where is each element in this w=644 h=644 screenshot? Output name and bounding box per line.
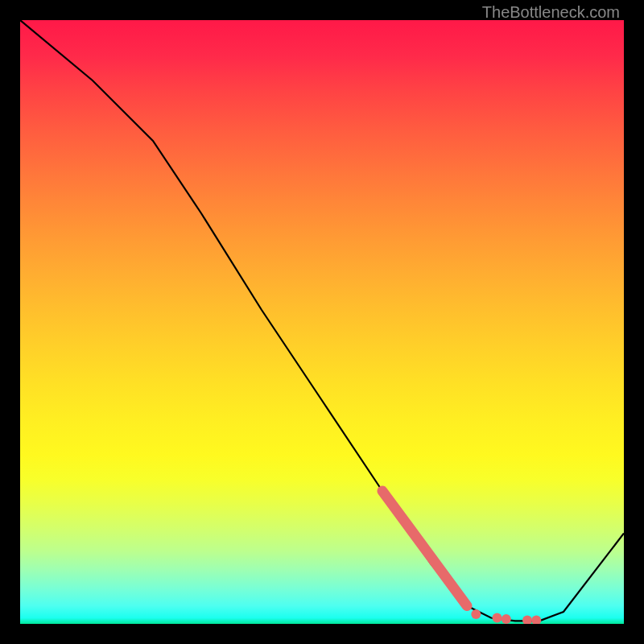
highlight-dot [531,616,541,625]
highlight-dot [502,614,511,624]
curve-line [20,20,624,621]
chart-container: TheBottleneck.com [0,0,644,644]
highlight-segment [382,491,467,606]
highlight-dot [471,609,481,619]
highlight-dot [522,616,532,625]
highlight-dot [493,613,502,623]
watermark-label: TheBottleneck.com [482,3,620,22]
chart-overlay [20,20,624,624]
highlight-dots [471,609,541,624]
